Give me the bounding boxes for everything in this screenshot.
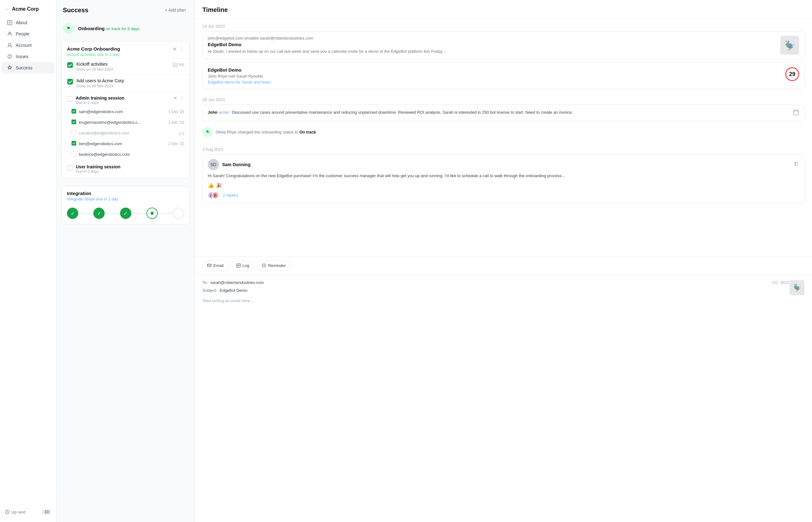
step-line-2 bbox=[105, 213, 120, 214]
success-icon bbox=[7, 65, 13, 71]
step-1: ✓ bbox=[67, 207, 78, 219]
user-training-name: User training session bbox=[76, 164, 120, 169]
middle-header: Success + Add plan bbox=[57, 0, 195, 19]
note-event: John wrote : Discussed use cases around … bbox=[202, 105, 805, 121]
subject-value[interactable]: EdgeBot Demo bbox=[220, 288, 247, 293]
sidebar-item-issues[interactable]: Issues bbox=[2, 51, 54, 62]
status-change-event: ⚑ Olivia Rhye changed the onboarding sta… bbox=[202, 124, 805, 142]
play-icon: ▷| bbox=[179, 130, 184, 136]
step-line-1 bbox=[78, 213, 93, 214]
subtask-checkbox-beatrice[interactable] bbox=[71, 152, 76, 157]
svg-point-23 bbox=[795, 162, 796, 164]
svg-point-24 bbox=[797, 162, 798, 164]
middle-title: Success bbox=[63, 6, 88, 14]
integration-title: Integration bbox=[67, 190, 184, 196]
thumbs-up-reaction[interactable]: 👍 bbox=[208, 182, 214, 188]
status-value: On track bbox=[299, 130, 316, 135]
step-3: ✓ bbox=[120, 207, 131, 219]
card-header-actions: ✕ ⋮ bbox=[173, 46, 184, 52]
meeting-event-content: EdgeBot Demo John Rhye met Sarah Rynolds… bbox=[208, 67, 781, 84]
task-checkbox-add-users[interactable] bbox=[67, 79, 73, 86]
subtask-email-ben: ben@edgerobotics.com bbox=[79, 141, 166, 146]
svg-rect-18 bbox=[67, 165, 72, 170]
sam-message: SD Sam Dunning Hi Sarah! Congratulations… bbox=[202, 154, 805, 204]
svg-rect-10 bbox=[174, 63, 177, 67]
note-content: John wrote : Discussed use cases around … bbox=[208, 109, 789, 116]
sidebar-item-about[interactable]: About bbox=[2, 17, 54, 28]
onboarding-icon: ⚑ bbox=[63, 23, 74, 34]
email-event-body: Hi Sarah, I wanted to follow up on our c… bbox=[208, 48, 776, 55]
task-checkbox-kickoff[interactable] bbox=[67, 62, 73, 70]
replies-count[interactable]: 2 replies bbox=[223, 193, 238, 198]
sidebar-item-account[interactable]: Account bbox=[2, 40, 54, 51]
sidebar-item-about-label: About bbox=[16, 20, 27, 25]
email-event-title: EdgeBot Demo bbox=[208, 42, 776, 47]
integration-steps: ✓ ✓ ✓ bbox=[62, 203, 189, 224]
to-label: To: bbox=[202, 280, 208, 285]
timeline-content: 24 Jun 2023 john@edgebot.com emailed sar… bbox=[195, 19, 812, 256]
sam-header: SD Sam Dunning bbox=[208, 159, 799, 170]
svg-point-7 bbox=[9, 57, 10, 58]
sidebar-item-success[interactable]: Success bbox=[2, 62, 54, 74]
up-next-label[interactable]: Up next bbox=[5, 510, 25, 515]
svg-rect-27 bbox=[207, 264, 211, 267]
email-button[interactable]: Email bbox=[202, 261, 229, 270]
timeline-title: Timeline bbox=[202, 6, 228, 13]
meeting-detail: John Rhye met Sarah Rynolds bbox=[208, 74, 781, 79]
onboarding-label: Onboarding bbox=[78, 26, 105, 31]
subtask-checkbox-sam[interactable] bbox=[71, 109, 76, 115]
admin-close-icon[interactable]: ✕ bbox=[174, 96, 177, 101]
user-training-checkbox[interactable] bbox=[67, 165, 73, 172]
status-flag-icon: ⚑ bbox=[202, 127, 213, 137]
cc-label[interactable]: CC bbox=[772, 280, 778, 285]
subtask-candice: candice@edgerobotics.com ▷| bbox=[62, 127, 189, 138]
add-plan-button[interactable]: + Add plan bbox=[162, 6, 188, 14]
back-arrow-icon: ← bbox=[5, 6, 9, 12]
subtask-ben: ben@edgerobotics.com 2 Dec '23 bbox=[62, 138, 189, 149]
sidebar-header[interactable]: ← Acme Corp bbox=[0, 4, 56, 17]
reminder-button[interactable]: Reminder bbox=[257, 261, 290, 270]
sidebar-footer: Up next 10 bbox=[0, 506, 56, 518]
subtask-date-sam: 1 Dec '23 bbox=[169, 109, 184, 114]
account-icon bbox=[7, 42, 13, 48]
note-text: John wrote : Discussed use cases around … bbox=[208, 109, 789, 116]
admin-actions: ✕ ⋮ bbox=[174, 96, 184, 101]
email-body[interactable]: Start writing an email here… bbox=[202, 296, 805, 306]
replies-row: A B 2 replies bbox=[208, 192, 799, 199]
task-kickoff: Kickoff activities Done on 29 Nov 2023 5… bbox=[62, 58, 189, 75]
log-button[interactable]: Log bbox=[232, 261, 254, 270]
date-label-jun26: 26 Jun 2023 bbox=[202, 92, 805, 105]
subtask-checkbox-kruger[interactable] bbox=[71, 119, 76, 125]
sidebar: ← Acme Corp About People Account Issues bbox=[0, 0, 57, 522]
admin-training-info: Admin training session Due in 2 days bbox=[76, 96, 170, 105]
subtask-email-candice: candice@edgerobotics.com bbox=[79, 130, 177, 135]
bcc-label[interactable]: BCC bbox=[781, 280, 789, 285]
subtask-checkbox-candice[interactable] bbox=[71, 130, 76, 136]
admin-more-icon[interactable]: ⋮ bbox=[180, 96, 184, 101]
more-icon[interactable]: ⋮ bbox=[179, 46, 184, 52]
reactions: 👍 🎉 bbox=[208, 182, 799, 188]
sidebar-item-people[interactable]: People bbox=[2, 28, 54, 40]
task-count-kickoff: 5/5 bbox=[173, 63, 184, 67]
email-event-content: john@edgebot.com emailed sarah@robertsin… bbox=[208, 36, 776, 55]
cc-bcc: CC BCC bbox=[772, 280, 789, 285]
admin-checkbox[interactable] bbox=[67, 96, 73, 103]
admin-training-name: Admin training session bbox=[76, 96, 170, 101]
onboarding-track: on track for 8 days bbox=[106, 26, 140, 31]
event-sender: john@edgebot.com emailed sarah@robertsin… bbox=[208, 36, 776, 41]
date-label-aug2: 2 Aug 2023 bbox=[202, 142, 805, 154]
people-icon bbox=[7, 31, 13, 37]
sidebar-item-success-label: Success bbox=[16, 65, 32, 71]
subtask-checkbox-ben[interactable] bbox=[71, 141, 76, 147]
meeting-badge: 29 bbox=[785, 67, 799, 81]
subtask-kruger: krugermassimo@edgerobotics.c... 2 Dec '2… bbox=[62, 117, 189, 127]
svg-rect-16 bbox=[72, 141, 76, 146]
svg-rect-17 bbox=[72, 152, 76, 156]
integration-header: Integration Integrate Stripe due in 1 da… bbox=[62, 186, 189, 203]
subject-label: Subject: bbox=[202, 288, 217, 293]
subtask-email-kruger: krugermassimo@edgerobotics.c... bbox=[79, 120, 166, 125]
close-icon[interactable]: ✕ bbox=[173, 46, 177, 52]
heart-reaction[interactable]: 🎉 bbox=[216, 182, 222, 188]
step-2: ✓ bbox=[93, 207, 105, 219]
acme-onboarding-card: Acme Corp Onboarding Kickoff activities … bbox=[62, 41, 190, 178]
